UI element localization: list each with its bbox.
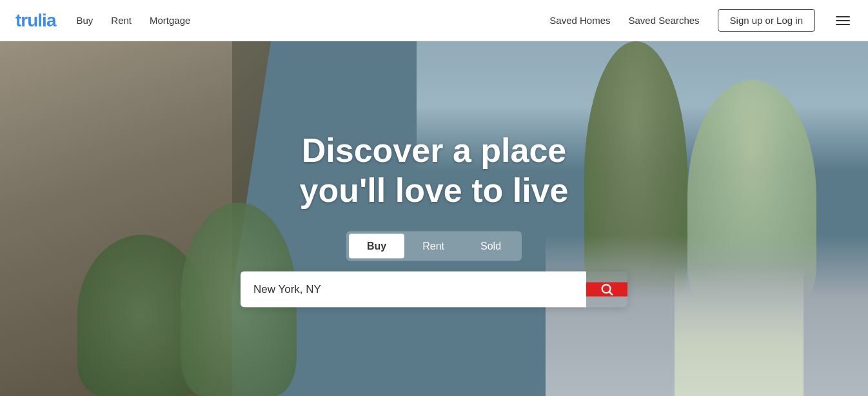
hamburger-line-1 bbox=[836, 16, 850, 17]
nav-mortgage[interactable]: Mortgage bbox=[150, 15, 190, 26]
search-type-tabs: Buy Rent Sold bbox=[346, 231, 522, 261]
hamburger-line-3 bbox=[836, 24, 850, 25]
svg-line-1 bbox=[609, 292, 612, 295]
search-icon bbox=[600, 282, 614, 296]
hamburger-line-2 bbox=[836, 20, 850, 21]
hero-sidewalk bbox=[675, 267, 804, 396]
main-nav: Buy Rent Mortgage bbox=[76, 15, 549, 26]
logo-text: trulia bbox=[15, 10, 55, 31]
nav-rent[interactable]: Rent bbox=[111, 15, 132, 26]
search-bar bbox=[241, 271, 627, 307]
search-button[interactable] bbox=[586, 282, 627, 296]
tab-buy[interactable]: Buy bbox=[349, 233, 404, 258]
hamburger-menu-button[interactable] bbox=[833, 14, 853, 28]
hero-title-line2: you'll love to live bbox=[300, 172, 569, 209]
hero-title: Discover a place you'll love to live bbox=[241, 130, 627, 211]
tab-rent[interactable]: Rent bbox=[404, 233, 462, 258]
saved-searches-link[interactable]: Saved Searches bbox=[629, 15, 700, 26]
nav-buy[interactable]: Buy bbox=[76, 15, 93, 26]
header-right: Saved Homes Saved Searches Sign up or Lo… bbox=[549, 9, 853, 32]
hero-title-line1: Discover a place bbox=[302, 132, 566, 169]
sign-up-button[interactable]: Sign up or Log in bbox=[718, 9, 815, 32]
hero-content: Discover a place you'll love to live Buy… bbox=[241, 130, 627, 308]
search-input[interactable] bbox=[241, 271, 586, 307]
header: trulia Buy Rent Mortgage Saved Homes Sav… bbox=[0, 0, 868, 41]
saved-homes-link[interactable]: Saved Homes bbox=[549, 15, 610, 26]
hero-section: Discover a place you'll love to live Buy… bbox=[0, 41, 868, 396]
tab-sold[interactable]: Sold bbox=[462, 233, 519, 258]
logo[interactable]: trulia bbox=[15, 10, 55, 31]
